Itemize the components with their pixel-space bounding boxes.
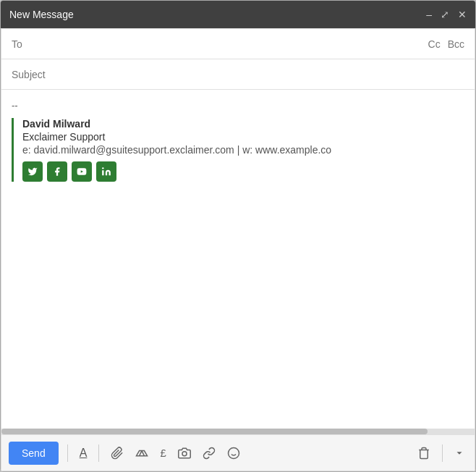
subject-input[interactable]	[12, 69, 464, 80]
to-input[interactable]	[33, 38, 428, 50]
sig-email: e: david.milward@gsuitesupport.exclaimer…	[22, 144, 464, 156]
bcc-button[interactable]: Bcc	[448, 38, 464, 50]
titlebar: New Message – ⤢ ✕	[1, 1, 475, 28]
font-format-button[interactable]: A	[77, 444, 90, 463]
emoji-button[interactable]	[224, 444, 243, 463]
cc-bcc-controls: Cc Bcc	[428, 38, 464, 50]
to-row: To Cc Bcc	[1, 29, 475, 59]
window-controls: – ⤢ ✕	[426, 9, 467, 20]
twitter-icon[interactable]	[22, 161, 43, 182]
send-button[interactable]: Send	[9, 442, 59, 465]
separator-text: --	[12, 100, 464, 111]
attach-button[interactable]	[108, 444, 127, 463]
signature-block: David Milward Exclaimer Support e: david…	[12, 118, 464, 182]
svg-rect-1	[102, 170, 103, 175]
compose-window: New Message – ⤢ ✕ To Cc Bcc -- David Mil…	[0, 0, 476, 472]
svg-point-4	[228, 447, 239, 458]
sig-company: Exclaimer Support	[22, 131, 464, 143]
toolbar-separator-1	[67, 444, 68, 462]
linkedin-icon[interactable]	[96, 161, 116, 182]
currency-button[interactable]: £	[157, 444, 169, 462]
toolbar-separator-2	[98, 444, 99, 462]
svg-point-2	[102, 167, 103, 169]
window-title: New Message	[9, 9, 74, 20]
toolbar-separator-3	[442, 444, 443, 462]
scrollbar[interactable]	[1, 429, 475, 434]
maximize-button[interactable]: ⤢	[441, 9, 449, 20]
pound-icon: £	[160, 447, 166, 459]
delete-button[interactable]	[415, 444, 433, 463]
compose-area: To Cc Bcc -- David Milward Exclaimer Sup…	[1, 28, 475, 471]
to-label: To	[12, 38, 33, 50]
link-button[interactable]	[200, 444, 218, 463]
sig-name: David Milward	[22, 118, 464, 130]
email-body[interactable]: -- David Milward Exclaimer Support e: da…	[1, 90, 475, 429]
social-icons	[22, 161, 464, 182]
drive-button[interactable]	[132, 444, 151, 463]
camera-button[interactable]	[175, 444, 194, 463]
toolbar: Send A £	[1, 434, 475, 471]
subject-row	[1, 59, 475, 90]
font-icon: A	[80, 447, 88, 460]
minimize-button[interactable]: –	[426, 9, 432, 20]
cc-button[interactable]: Cc	[428, 38, 441, 50]
svg-point-3	[182, 451, 187, 455]
close-button[interactable]: ✕	[458, 9, 467, 20]
more-options-button[interactable]	[451, 445, 467, 461]
facebook-icon[interactable]	[47, 161, 67, 182]
youtube-icon[interactable]	[72, 161, 92, 182]
scrollbar-thumb[interactable]	[1, 429, 428, 434]
